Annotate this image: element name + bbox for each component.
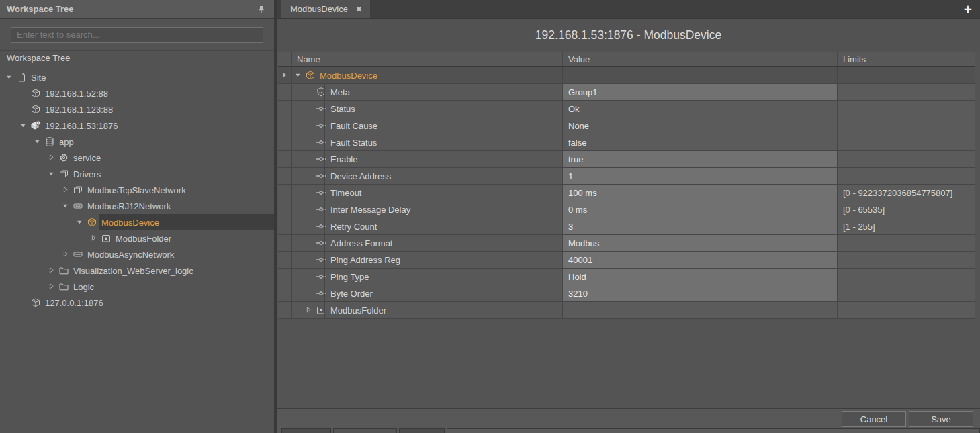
caret-right-icon[interactable] [60,185,71,195]
bottom-dock-tab[interactable] [399,428,445,433]
tree-item-label-zone[interactable]: 127.0.0.1:1876 [42,295,274,311]
close-icon[interactable] [355,5,363,13]
value-cell[interactable]: 3210 [563,285,838,302]
caret-down-icon[interactable] [75,218,85,227]
name-cell: Meta [292,84,563,101]
bottom-dock-tab[interactable] [447,428,980,433]
tree-item-label-zone[interactable]: Site [28,69,274,85]
caret-down-icon[interactable] [4,73,15,82]
slot-icon [314,103,328,114]
tree-item-192-168-1-52-88[interactable]: 192.168.1.52:88 [0,85,274,101]
cancel-button[interactable]: Cancel [842,411,906,427]
tree-item-modbusrj12network[interactable]: ModbusRJ12Network [0,198,274,214]
tree-item-service[interactable]: service [0,150,274,166]
value-cell[interactable]: true [563,151,838,168]
value-cell[interactable]: Hold [563,269,838,285]
table-row-retry-count[interactable]: Retry Count3[1 - 255] [278,218,975,235]
table-row-address-format[interactable]: Address FormatModbus [278,235,975,252]
bottom-dock-tab[interactable] [333,428,397,433]
tree-item-modbusasyncnetwork[interactable]: ModbusAsyncNetwork [0,246,274,262]
tree-item-label-zone[interactable]: ModbusAsyncNetwork [85,246,274,262]
row-gutter-cell [278,201,292,218]
caret-right-icon[interactable] [46,282,57,291]
slot-icon [314,154,328,164]
value-cell[interactable]: 100 ms [563,185,838,201]
tree-item-app[interactable]: app [0,134,274,150]
caret-right-icon[interactable] [89,234,99,243]
table-row-timeout[interactable]: Timeout100 ms[0 - 9223372036854775807] [278,185,975,201]
tree-item-127-0-0-1-1876[interactable]: 127.0.0.1:1876 [0,295,274,311]
value-cell[interactable]: 1 [563,168,838,185]
tree-item-192-168-1-123-88[interactable]: 192.168.1.123:88 [0,101,274,117]
table-row-byte-order[interactable]: Byte Order3210 [278,285,975,302]
search-input[interactable] [11,27,263,43]
table-row-fault-status[interactable]: Fault Statusfalse [278,134,975,151]
caret-down-icon[interactable] [32,137,43,146]
property-name: Device Address [330,171,391,181]
caret-down-icon[interactable] [293,70,304,80]
table-row-device-address[interactable]: Device Address1 [278,168,975,185]
tree-item-drivers[interactable]: Drivers [0,166,274,182]
tree-item-modbusfolder[interactable]: ModbusFolder [0,230,274,246]
pin-icon[interactable] [255,3,267,15]
table-row-inter-message-delay[interactable]: Inter Message Delay0 ms[0 - 65535] [278,201,975,218]
tree-item-label-zone[interactable]: ModbusDevice [99,214,274,230]
tree-item-logic[interactable]: Logic [0,279,274,295]
name-indent [292,109,304,109]
tree-item-label-zone[interactable]: service [71,150,274,166]
caret-down-icon[interactable] [46,169,57,179]
tree-indent [0,271,46,271]
caret-down-icon[interactable] [18,121,29,130]
tab-modbusdevice[interactable]: ModbusDevice [281,0,370,18]
tree-item-label: Logic [73,282,94,292]
tree-item-label: ModbusTcpSlaveNetwork [87,185,186,195]
layers-icon [57,169,71,179]
value-cell[interactable]: Modbus [563,235,838,252]
caret-right-icon[interactable] [46,153,57,162]
tree-item-label-zone[interactable]: 192.168.1.53:1876 [42,117,274,134]
tree-item-label-zone[interactable]: ModbusRJ12Network [85,198,274,214]
tree-item-visualization-webserver-logic[interactable]: Visualization_WebServer_logic [0,262,274,279]
table-row-modbusdevice[interactable]: ModbusDevice [278,67,975,84]
tree-indent [0,190,60,191]
table-row-ping-type[interactable]: Ping TypeHold [278,269,975,285]
row-handle-icon[interactable] [280,70,289,80]
folder-dot-icon [314,305,328,316]
value-cell: false [563,134,838,151]
table-row-meta[interactable]: MetaGroup1 [278,84,975,101]
table-row-enable[interactable]: Enabletrue [278,151,975,168]
folder-dot-icon [99,233,113,244]
row-gutter-cell[interactable] [278,67,292,84]
tree-item-modbusdevice[interactable]: ModbusDevice [0,214,274,230]
table-row-fault-cause[interactable]: Fault CauseNone [278,117,975,134]
value-cell[interactable]: 3 [563,218,838,235]
caret-right-icon[interactable] [46,266,57,275]
tree-item-label-zone[interactable]: 192.168.1.52:88 [42,85,274,101]
table-row-status[interactable]: StatusOk [278,101,975,117]
table-row-ping-address-reg[interactable]: Ping Address Reg40001 [278,252,975,269]
table-row-modbusfolder[interactable]: ModbusFolder [278,302,975,319]
save-button[interactable]: Save [909,411,973,427]
value-cell[interactable]: 0 ms [563,201,838,218]
tree-item-label-zone[interactable]: ModbusFolder [113,230,274,246]
value-cell [563,302,838,319]
tree-item-192-168-1-53-1876[interactable]: 192.168.1.53:1876 [0,117,274,134]
tree-item-label-zone[interactable]: 192.168.1.123:88 [42,101,274,117]
tree-item-label-zone[interactable]: ModbusTcpSlaveNetwork [85,182,274,198]
tree-item-site[interactable]: Site [0,69,274,85]
caret-down-icon[interactable] [60,201,71,211]
caret-right-icon[interactable] [60,250,71,259]
row-gutter-cell [278,84,292,101]
bottom-dock-tab[interactable] [281,428,331,433]
tree-item-label-zone[interactable]: Drivers [71,166,274,182]
name-cell: ModbusDevice [292,67,563,84]
tree-item-label-zone[interactable]: Logic [71,279,274,295]
tree-item-label-zone[interactable]: Visualization_WebServer_logic [71,262,274,279]
add-tab-button[interactable]: + [961,1,975,16]
value-cell[interactable]: 40001 [563,252,838,269]
tree-item-label-zone[interactable]: app [56,134,274,150]
slot-icon [314,137,328,148]
tree-item-modbustcpslavenetwork[interactable]: ModbusTcpSlaveNetwork [0,182,274,198]
value-cell[interactable]: Group1 [563,84,838,101]
caret-right-icon[interactable] [304,305,314,315]
